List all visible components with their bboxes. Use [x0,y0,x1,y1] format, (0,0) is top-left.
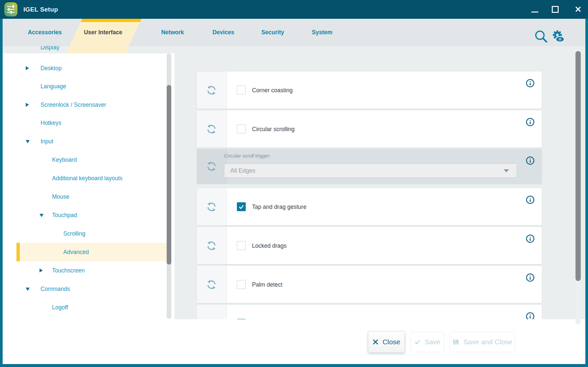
tab-system[interactable]: System [312,19,332,46]
select-field-label: Circular scroll trigger: [224,153,271,158]
sidebar-item-mouse[interactable]: Mouse [3,191,175,203]
save-button[interactable]: Save [410,332,444,352]
sidebar-item-label: Input [41,138,53,145]
maximize-button[interactable] [549,3,561,15]
close-window-button[interactable] [572,3,584,15]
setting-row-circular-scroll-trigger: Circular scroll trigger:All Edges [197,149,542,184]
sidebar-item-commands[interactable]: Commands [3,283,175,295]
setting-label: Tap and drag gesture [252,203,306,210]
reset-parameter-button[interactable] [197,266,227,303]
search-icon [534,30,548,44]
sidebar-item-label: Advanced [63,249,89,256]
info-button[interactable] [526,234,535,243]
info-button[interactable] [526,195,535,204]
window-content: AccessoriesUser InterfaceNetworkDevicesS… [3,19,585,364]
settings-tree-sidebar: DesktopLanguageScreenlock / ScreensaverH… [3,53,175,320]
reset-parameter-button[interactable] [197,71,227,109]
checkmark-icon [414,339,421,345]
setting-label: Circular scrolling [252,126,294,132]
igel-setup-window: IGEL Setup AccessoriesUser InterfaceNetw… [0,0,588,367]
sidebar-scrollbar[interactable] [167,53,171,319]
sidebar-item-advanced[interactable]: Advanced [3,246,175,258]
sidebar-item-label: Mouse [52,193,70,200]
reset-icon [206,84,217,96]
reset-parameter-button[interactable] [197,110,227,148]
select-value: All Edges [230,167,255,174]
close-button-label: Close [382,338,400,346]
sidebar-item-keyboard[interactable]: Keyboard [3,154,175,166]
sidebar-item-logoff[interactable]: Logoff [3,301,175,313]
sidebar-item-label: Language [41,83,66,90]
search-button[interactable] [534,30,548,45]
titlebar: IGEL Setup [0,0,588,19]
setting-label: Corner coasting [252,87,293,94]
close-button[interactable]: Close [368,331,405,353]
setting-label: Palm detect [252,281,282,288]
checkbox-palm-detect[interactable] [237,280,246,289]
collapse-arrow-icon[interactable] [40,214,43,217]
igel-app-icon [4,2,17,16]
setting-label: Locked drags [252,242,287,249]
setting-row-corner-coasting: Corner coasting [197,71,542,109]
reset-icon [206,201,217,213]
main-scrollbar-thumb[interactable] [575,51,581,281]
minimize-button[interactable] [528,3,541,15]
sidebar-item-label: Logoff [52,304,68,311]
sidebar-item-display-clipped[interactable]: Display [41,46,59,53]
sidebar-item-label: Scrolling [63,230,85,237]
sidebar-item-touchpad[interactable]: Touchpad [3,209,175,221]
info-icon [526,156,535,165]
sidebar-item-label: Screenlock / Screensaver [41,101,106,108]
tab-user-interface[interactable]: User Interface [84,19,123,46]
sidebar-item-additional-keyboard-layouts[interactable]: Additional keyboard layouts [3,172,175,184]
sidebar-item-screenlock-screensaver[interactable]: Screenlock / Screensaver [3,99,175,111]
save-button-label: Save [425,338,440,346]
check-icon [238,203,245,210]
checkbox-corner-coasting[interactable] [237,86,246,95]
reset-parameter-button[interactable] [197,188,227,225]
sidebar-item-label: Hotkeys [41,120,61,127]
tab-accessories[interactable]: Accessories [28,19,62,46]
tab-network[interactable]: Network [161,19,184,46]
sidebar-scrollbar-thumb[interactable] [167,85,171,265]
checkbox-tap-and-drag-gesture[interactable] [237,202,246,211]
collapse-arrow-icon[interactable] [26,288,30,291]
save-and-close-button[interactable]: Save and Close [450,332,515,352]
reset-parameter-button[interactable] [197,227,227,264]
dropdown-caret-icon [504,169,509,172]
sidebar-item-desktop[interactable]: Desktop [3,62,175,74]
sidebar-item-language[interactable]: Language [3,80,175,92]
settings-view-button[interactable] [550,29,566,45]
footer-bar: Close Save Save and Close [3,319,585,364]
checkbox-circular-scrolling[interactable] [237,125,246,133]
sidebar-item-touchscreen[interactable]: Touchscreen [3,265,175,276]
sidebar-item-input[interactable]: Input [3,135,175,147]
info-icon [526,273,535,282]
info-button[interactable] [526,273,535,282]
reset-parameter-button[interactable] [197,149,227,184]
tab-security[interactable]: Security [261,19,284,46]
reset-icon [206,123,217,135]
info-button[interactable] [526,79,535,88]
info-icon [526,234,535,243]
expand-arrow-icon[interactable] [40,268,43,272]
tab-devices[interactable]: Devices [212,19,234,46]
sidebar-item-label: Additional keyboard layouts [52,175,123,182]
info-button[interactable] [526,118,535,127]
checkbox-locked-drags[interactable] [237,241,246,250]
minimize-icon [531,12,538,13]
reset-icon [206,279,217,291]
setting-row-circular-scrolling: Circular scrolling [197,110,542,148]
circular-scroll-trigger-select[interactable]: All Edges [224,163,517,178]
expand-arrow-icon[interactable] [26,103,29,107]
sidebar-item-label: Touchpad [52,212,77,219]
collapse-arrow-icon[interactable] [26,140,30,143]
sidebar-item-label: Keyboard [52,156,77,163]
floppy-disk-icon [452,338,460,346]
sidebar-item-scrolling[interactable]: Scrolling [3,228,175,240]
main-scrollbar[interactable] [575,49,581,325]
info-button[interactable] [526,156,535,165]
close-x-icon [575,6,581,13]
sidebar-item-hotkeys[interactable]: Hotkeys [3,117,175,129]
expand-arrow-icon[interactable] [26,66,29,70]
